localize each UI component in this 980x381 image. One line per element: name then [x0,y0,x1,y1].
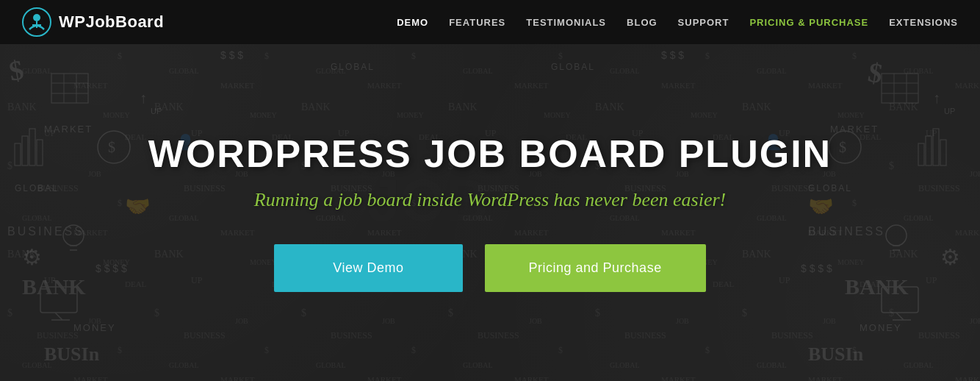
nav-link-demo[interactable]: DEMO [397,17,428,28]
hero-subtitle: Running a job board inside WordPress has… [254,189,726,211]
logo-area: WPJobBoard [22,7,164,37]
nav-link-support[interactable]: SUPPORT [678,17,729,28]
view-demo-button[interactable]: View Demo [274,244,462,292]
nav-item-features[interactable]: FEATURES [449,15,505,29]
nav-link-blog[interactable]: BLOG [627,17,657,28]
nav-item-extensions[interactable]: EXTENSIONS [889,15,958,29]
brand-name: WPJobBoard [59,13,164,32]
nav-link-extensions[interactable]: EXTENSIONS [889,17,958,28]
nav-item-blog[interactable]: BLOG [627,15,657,29]
hero-buttons: View Demo Pricing and Purchase [274,244,705,292]
svg-point-66 [33,14,40,21]
page-wrapper: $ MARKET BUSINESS BANK MONEY GLOBAL $ $ … [0,0,980,381]
hero-section: WORDPRESS JOB BOARD PLUGIN Running a job… [0,44,980,381]
nav-link-testimonials[interactable]: TESTIMONIALS [526,17,606,28]
navbar: WPJobBoard DEMO FEATURES TESTIMONIALS BL… [0,0,980,44]
nav-item-support[interactable]: SUPPORT [678,15,729,29]
nav-item-pricing[interactable]: PRICING & PURCHASE [749,15,868,29]
wpjobboard-logo-icon [22,7,51,37]
nav-link-features[interactable]: FEATURES [449,17,505,28]
hero-title: WORDPRESS JOB BOARD PLUGIN [148,133,832,175]
nav-link-pricing[interactable]: PRICING & PURCHASE [749,17,868,28]
nav-item-testimonials[interactable]: TESTIMONIALS [526,15,606,29]
pricing-purchase-button[interactable]: Pricing and Purchase [485,244,706,292]
nav-links: DEMO FEATURES TESTIMONIALS BLOG SUPPORT … [397,15,958,29]
nav-item-demo[interactable]: DEMO [397,15,428,29]
